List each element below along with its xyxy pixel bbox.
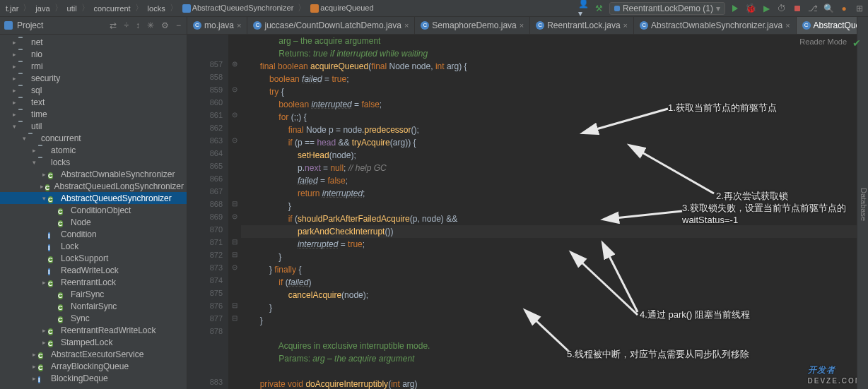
close-icon[interactable]: × — [785, 21, 790, 30]
breadcrumb-item[interactable]: t.jar — [3, 4, 21, 13]
code-line[interactable]: } — [241, 301, 857, 314]
run-icon[interactable] — [729, 3, 741, 14]
project-tree[interactable]: ▸net▸nio▸rmi▸security▸sql▸text▸time▾util… — [0, 35, 187, 389]
tree-item[interactable]: ▸CAbstractOwnableSynchronizer — [0, 168, 187, 180]
debug-icon[interactable]: 🐞 — [745, 3, 756, 14]
tool-sort[interactable]: ↕ — [134, 20, 141, 30]
fold-icon[interactable]: ⊕ — [228, 60, 241, 68]
editor-tab[interactable]: CAbstractOwnableSynchronizer.java× — [634, 17, 797, 34]
tree-item[interactable]: ▸CReentrantReadWriteLock — [0, 324, 187, 336]
reader-mode-label[interactable]: Reader Mode — [799, 37, 847, 46]
breadcrumb[interactable]: t.jar〉java〉util〉concurrent〉locks〉Abstrac… — [3, 2, 578, 14]
tool-select[interactable]: ⇄ — [108, 20, 118, 30]
fold-icon[interactable]: ⊟ — [228, 238, 241, 246]
stop-icon[interactable] — [792, 3, 803, 14]
code-line[interactable]: return interrupted; — [241, 187, 857, 200]
close-icon[interactable]: × — [623, 21, 628, 30]
breadcrumb-item[interactable]: concurrent — [91, 4, 134, 13]
code-line[interactable]: if (failed) — [241, 276, 857, 289]
profile-icon[interactable]: ⏱ — [776, 3, 787, 14]
code-line[interactable]: parkAndCheckInterrupt()) — [241, 225, 857, 238]
git-icon[interactable]: ⎇ — [807, 3, 819, 14]
breadcrumb-item[interactable]: acquireQueued — [307, 3, 376, 13]
code-line[interactable]: Acquires in exclusive interruptible mode… — [241, 340, 857, 352]
code-line[interactable]: if (p == head && tryAcquire(arg)) { — [241, 136, 857, 149]
tree-item[interactable]: ▸IBlockingDeque — [0, 372, 187, 384]
code-line[interactable]: boolean interrupted = false; — [241, 98, 857, 111]
tree-item[interactable]: CNode — [0, 216, 187, 228]
code-line[interactable] — [241, 327, 857, 340]
tree-item[interactable]: ▸time — [0, 108, 187, 120]
code-line[interactable]: failed = false; — [241, 174, 857, 187]
code-line[interactable]: cancelAcquire(node); — [241, 289, 857, 301]
tree-item[interactable]: ▸nio — [0, 48, 187, 60]
code-lines[interactable]: arg – the acquire argument Returns: true… — [241, 35, 857, 389]
tree-item[interactable]: ▸CAbstractQueuedLongSynchronizer — [0, 180, 187, 192]
tool-collapse[interactable]: ✳ — [146, 20, 156, 30]
tree-item[interactable]: ▸security — [0, 72, 187, 84]
tree-item[interactable]: ILock — [0, 240, 187, 252]
code-line[interactable]: } — [241, 251, 857, 263]
fold-icon[interactable]: ⊟ — [228, 200, 241, 208]
code-line[interactable]: } — [241, 200, 857, 213]
tree-item[interactable]: ▸CStampedLock — [0, 336, 187, 348]
tree-item[interactable]: CSync — [0, 312, 187, 324]
tree-item[interactable]: ICondition — [0, 228, 187, 240]
close-icon[interactable]: × — [520, 21, 524, 30]
tree-item[interactable]: CConditionObject — [0, 204, 187, 216]
tree-item[interactable]: ▾CAbstractQueuedSynchronizer — [0, 192, 187, 204]
breadcrumb-item[interactable]: locks — [145, 4, 168, 13]
code-line[interactable]: final boolean acquireQueued(final Node n… — [241, 60, 857, 73]
code-line[interactable]: } finally { — [241, 263, 857, 276]
fold-icon[interactable]: ⊟ — [228, 301, 241, 309]
fold-icon[interactable]: ⊝ — [228, 136, 241, 144]
tree-item[interactable]: IReadWriteLock — [0, 264, 187, 276]
code-line[interactable]: setHead(node); — [241, 149, 857, 162]
tree-item[interactable]: ▸atomic — [0, 144, 187, 156]
breadcrumb-item[interactable]: AbstractQueuedSynchronizer — [180, 3, 297, 13]
code-line[interactable]: Params: arg – the acquire argument — [241, 352, 857, 365]
fold-icon[interactable]: ⊝ — [228, 111, 241, 119]
fold-icon[interactable]: ⊟ — [228, 251, 241, 258]
code-line[interactable]: boolean failed = true; — [241, 73, 857, 85]
ide-update-icon[interactable]: ● — [838, 3, 850, 14]
code-line[interactable]: try { — [241, 85, 857, 98]
tree-item[interactable]: ▾locks — [0, 156, 187, 168]
tree-item[interactable]: ▾concurrent — [0, 132, 187, 144]
code-line[interactable]: arg – the acquire argument — [241, 35, 857, 47]
user-icon[interactable]: 👤▾ — [578, 3, 590, 14]
settings-icon[interactable]: ⊞ — [854, 3, 865, 14]
code-line[interactable] — [241, 365, 857, 378]
code-line[interactable]: final Node p = node.predecessor(); — [241, 124, 857, 136]
right-tool-rail[interactable]: Database — [857, 17, 868, 389]
search-icon[interactable]: 🔍 — [823, 3, 834, 14]
editor-tab[interactable]: Cmo.java× — [187, 17, 247, 34]
tree-item[interactable]: ▸net — [0, 36, 187, 48]
code-line[interactable]: private void doAcquireInterruptibly(int … — [241, 378, 857, 389]
editor-tab[interactable]: Cjuccase/CountDownLatchDemo.java× — [247, 17, 415, 34]
code-line[interactable]: } — [241, 314, 857, 327]
breadcrumb-item[interactable]: util — [64, 4, 80, 13]
fold-icon[interactable]: ⊝ — [228, 263, 241, 271]
breadcrumb-item[interactable]: java — [33, 4, 52, 13]
fold-icon[interactable]: ⊟ — [228, 314, 241, 322]
coverage-icon[interactable]: ▶ — [761, 3, 772, 14]
tool-hide[interactable]: − — [175, 20, 182, 30]
tree-item[interactable]: ▸CReentrantLock — [0, 276, 187, 288]
code-line[interactable]: for (;;) { — [241, 111, 857, 124]
close-icon[interactable]: × — [237, 21, 241, 30]
code-editor[interactable]: Reader Mode ✔ arg – the acquire argument… — [187, 35, 868, 389]
code-line[interactable]: p.next = null; // help GC — [241, 162, 857, 174]
tree-item[interactable]: ▸text — [0, 96, 187, 108]
run-config-selector[interactable]: ReentrantLockDemo (1) ▾ — [609, 2, 725, 15]
tree-item[interactable]: ▸sql — [0, 84, 187, 96]
fold-icon[interactable]: ⊝ — [228, 85, 241, 93]
code-line[interactable]: interrupted = true; — [241, 238, 857, 251]
tree-item[interactable]: ▸rmi — [0, 60, 187, 72]
tool-divide[interactable]: ÷ — [122, 20, 130, 30]
tree-item[interactable]: CFairSync — [0, 288, 187, 300]
editor-tab[interactable]: CReentrantLock.java× — [530, 17, 634, 34]
tree-item[interactable]: ▸CArrayBlockingQueue — [0, 360, 187, 372]
close-icon[interactable]: × — [404, 21, 409, 30]
tree-item[interactable]: CNonfairSync — [0, 300, 187, 312]
